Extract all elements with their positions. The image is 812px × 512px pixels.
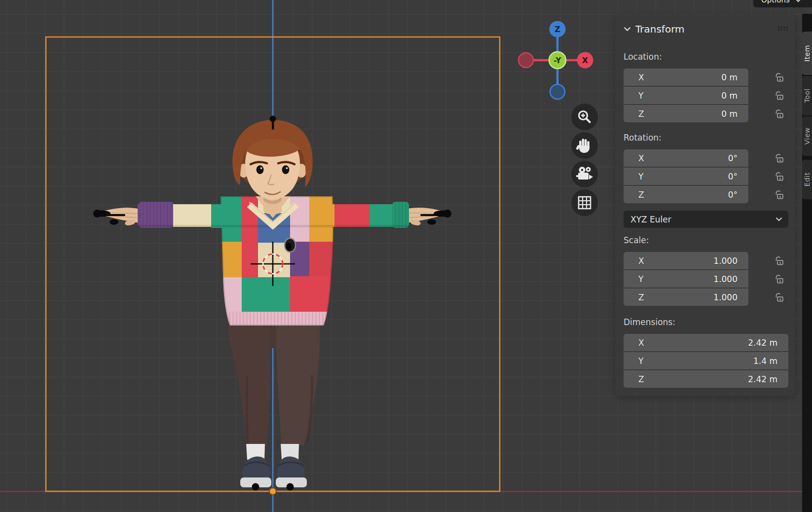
tab-edit[interactable]: Edit xyxy=(802,160,812,199)
axis-value: 0 m xyxy=(721,73,738,82)
location-x-field[interactable]: X 0 m xyxy=(624,69,748,86)
axis-label: X xyxy=(638,338,644,348)
sidebar-tab-strip: Item Tool View Edit xyxy=(802,14,812,512)
location-label: Location: xyxy=(624,51,787,63)
unlock-icon[interactable] xyxy=(774,189,785,201)
dimensions-x-field[interactable]: X 2.42 m xyxy=(624,334,788,351)
tab-view[interactable]: View xyxy=(802,116,812,156)
axis-value: 1.000 xyxy=(713,293,738,302)
ortho-grid-button[interactable] xyxy=(571,189,598,216)
axis-value: 2.42 m xyxy=(748,374,777,384)
dimensions-label: Dimensions: xyxy=(624,316,787,328)
tab-tool-label: Tool xyxy=(803,88,811,103)
axis-value: 0° xyxy=(728,153,738,163)
gizmo-axis-neg-z[interactable] xyxy=(550,84,565,99)
rotation-label: Rotation: xyxy=(624,132,787,144)
axis-label: Z xyxy=(638,293,644,302)
gizmo-z-label: Z xyxy=(554,25,560,34)
gizmo-axis-x[interactable]: X xyxy=(577,52,593,69)
axis-value: 1.000 xyxy=(713,256,738,266)
unlock-icon[interactable] xyxy=(774,171,785,183)
axis-label: X xyxy=(638,256,644,266)
gizmo-axis-z[interactable]: Z xyxy=(550,21,566,37)
chest-bone-marker xyxy=(285,238,295,252)
rotation-x-field[interactable]: X 0° xyxy=(624,149,748,167)
blender-window: Z X -Y xyxy=(0,0,812,512)
unlock-icon[interactable] xyxy=(774,108,785,120)
options-label: Options xyxy=(761,0,790,4)
axis-label: Y xyxy=(638,91,643,101)
axis-label: Y xyxy=(638,356,643,366)
axis-value: 0 m xyxy=(721,91,738,101)
scale-fields: X 1.000 Y 1.000 xyxy=(624,252,787,307)
zoom-button[interactable] xyxy=(571,104,598,130)
pan-button[interactable] xyxy=(571,132,598,159)
hand-icon xyxy=(576,137,593,154)
camera-view-button[interactable] xyxy=(571,161,598,187)
transform-panel: Transform Location: X 0 m Y 0 m xyxy=(615,15,795,396)
rotation-mode-dropdown[interactable]: XYZ Euler xyxy=(624,211,788,228)
scale-label: Scale: xyxy=(624,234,787,246)
unlock-icon[interactable] xyxy=(774,292,785,303)
scale-y-field[interactable]: Y 1.000 xyxy=(624,270,748,288)
panel-title: Transform xyxy=(635,23,684,35)
object-origin-marker xyxy=(269,488,276,495)
tab-edit-label: Edit xyxy=(803,172,811,186)
camera-icon xyxy=(575,165,594,183)
axis-label: Y xyxy=(638,172,643,182)
chevron-down-icon xyxy=(795,0,802,2)
rotation-z-field[interactable]: Z 0° xyxy=(624,186,748,203)
axis-label: Z xyxy=(638,109,644,119)
panel-grip-dots-icon[interactable] xyxy=(777,26,788,31)
dimensions-z-field[interactable]: Z 2.42 m xyxy=(624,370,788,388)
magnifier-plus-icon xyxy=(576,109,593,125)
dimensions-y-field[interactable]: Y 1.4 m xyxy=(624,352,788,369)
location-y-field[interactable]: Y 0 m xyxy=(624,87,748,104)
rotation-mode-value: XYZ Euler xyxy=(630,215,671,224)
axis-value: 1.000 xyxy=(713,274,738,284)
axis-value: 1.4 m xyxy=(753,356,777,366)
location-fields: X 0 m Y 0 m xyxy=(624,69,787,123)
unlock-icon[interactable] xyxy=(774,90,785,102)
location-z-field[interactable]: Z 0 m xyxy=(624,105,748,122)
axis-value: 0 m xyxy=(721,109,738,119)
grid-icon xyxy=(576,194,593,211)
chevron-down-icon xyxy=(775,217,782,221)
scale-x-field[interactable]: X 1.000 xyxy=(624,252,748,269)
axis-value: 2.42 m xyxy=(748,338,777,348)
unlock-icon[interactable] xyxy=(774,255,785,267)
unlock-icon[interactable] xyxy=(774,72,785,83)
dimensions-fields: X 2.42 m Y 1.4 m Z 2.42 m xyxy=(624,334,787,389)
tab-item-label: Item xyxy=(803,45,811,62)
transform-panel-header[interactable]: Transform xyxy=(624,22,787,36)
rotation-fields: X 0° Y 0° xyxy=(624,149,787,204)
axis-value: 0° xyxy=(728,172,738,182)
axis-value: 0° xyxy=(728,190,738,200)
tab-view-label: View xyxy=(803,127,811,145)
options-button[interactable]: Options xyxy=(753,0,812,7)
gizmo-front-label: -Y xyxy=(554,56,562,65)
gizmo-axis-neg-x[interactable] xyxy=(518,53,533,68)
axis-label: Y xyxy=(638,274,643,284)
scale-z-field[interactable]: Z 1.000 xyxy=(624,289,748,306)
unlock-icon[interactable] xyxy=(774,273,785,285)
axis-label: X xyxy=(638,153,644,163)
axis-label: X xyxy=(638,73,644,82)
tab-item[interactable]: Item xyxy=(802,32,812,75)
panel-collapse-chevron-icon[interactable] xyxy=(624,27,631,32)
navigation-gizmo[interactable]: Z X -Y xyxy=(513,18,602,102)
rotation-y-field[interactable]: Y 0° xyxy=(624,168,748,185)
gizmo-x-label: X xyxy=(582,56,589,65)
axis-label: Z xyxy=(638,374,644,384)
tab-tool[interactable]: Tool xyxy=(802,76,812,115)
axis-label: Z xyxy=(638,190,644,200)
gizmo-front-ball[interactable]: -Y xyxy=(549,52,566,69)
unlock-icon[interactable] xyxy=(774,152,785,164)
